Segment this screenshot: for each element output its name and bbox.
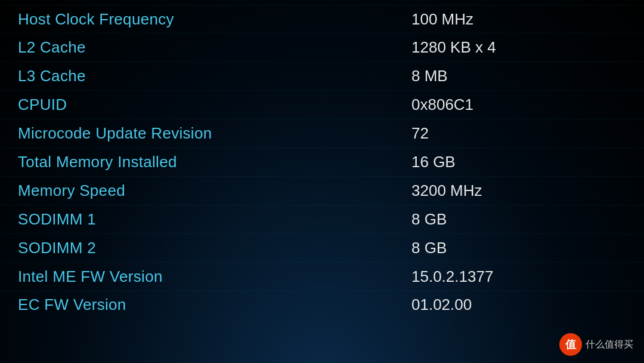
info-label: L2 Cache [18, 38, 268, 57]
partial-value: 01.02.00 [268, 296, 620, 314]
info-value: 1280 KB x 4 [268, 38, 620, 57]
info-row: SODIMM 28 GB [0, 234, 644, 263]
info-row: Host Clock Frequency100 MHz [0, 5, 644, 33]
info-value: 72 [268, 124, 620, 143]
info-label: SODIMM 2 [18, 239, 268, 257]
info-label: Host Clock Frequency [18, 10, 268, 29]
info-value: 15.0.2.1377 [268, 267, 620, 286]
info-label: Intel ME FW Version [18, 267, 268, 286]
watermark-badge: 值 什么值得买 [559, 333, 633, 356]
partial-info-row: EC FW Version01.02.00 [0, 291, 644, 318]
info-row: SODIMM 18 GB [0, 205, 644, 234]
info-row: Memory Speed3200 MHz [0, 177, 644, 205]
info-row: Microcode Update Revision72 [0, 119, 644, 148]
info-row: Intel ME FW Version15.0.2.1377 [0, 263, 644, 291]
watermark-label: 什么值得买 [586, 339, 633, 351]
info-row: CPUID0x806C1 [0, 91, 644, 119]
info-value: 8 MB [268, 67, 620, 85]
info-value: 16 GB [268, 153, 620, 171]
info-value: 8 GB [268, 210, 620, 229]
info-value: 3200 MHz [268, 182, 620, 200]
watermark-icon-text: 值 [565, 337, 576, 352]
info-value: 100 MHz [268, 10, 620, 29]
info-row: L2 Cache1280 KB x 4 [0, 33, 644, 62]
info-label: Memory Speed [18, 182, 268, 200]
info-label: Microcode Update Revision [18, 124, 268, 143]
watermark-icon: 值 [559, 333, 582, 356]
info-value: 0x806C1 [268, 96, 620, 114]
bios-info-panel: Host Clock Frequency100 MHzL2 Cache1280 … [0, 0, 644, 318]
info-label: Total Memory Installed [18, 153, 268, 171]
info-row: Total Memory Installed16 GB [0, 148, 644, 177]
info-label: L3 Cache [18, 67, 268, 85]
info-label: SODIMM 1 [18, 210, 268, 229]
info-label: CPUID [18, 96, 268, 114]
partial-label: EC FW Version [18, 296, 268, 314]
info-row: L3 Cache8 MB [0, 62, 644, 91]
info-value: 8 GB [268, 239, 620, 257]
